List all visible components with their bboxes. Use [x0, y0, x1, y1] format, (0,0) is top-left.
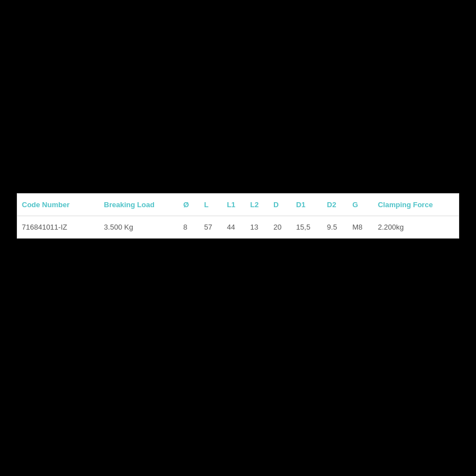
header-d1: D1: [292, 194, 323, 216]
cell-d1: 15,5: [292, 216, 323, 239]
cell-breaking-load: 3.500 Kg: [100, 216, 179, 239]
cell-l2: 13: [246, 216, 269, 239]
cell-d: 20: [269, 216, 292, 239]
cell-l: 57: [200, 216, 223, 239]
cell-clamping-force: 2.200kg: [374, 216, 459, 239]
cell-l1: 44: [222, 216, 246, 239]
header-phi: Ø: [179, 194, 199, 216]
header-l1: L1: [222, 194, 246, 216]
header-clamping-force: Clamping Force: [374, 194, 459, 216]
header-d: D: [269, 194, 292, 216]
cell-d2: 9.5: [323, 216, 348, 239]
data-table: Code Number Breaking Load Ø L L1 L2 D D1…: [17, 193, 459, 239]
table-header-row: Code Number Breaking Load Ø L L1 L2 D D1…: [17, 194, 459, 216]
header-d2: D2: [323, 194, 348, 216]
cell-phi: 8: [179, 216, 199, 239]
cell-code-number: 716841011-IZ: [17, 216, 100, 239]
header-g: G: [348, 194, 373, 216]
header-l: L: [200, 194, 223, 216]
header-breaking-load: Breaking Load: [100, 194, 179, 216]
cell-g: M8: [348, 216, 373, 239]
table-row: 716841011-IZ 3.500 Kg 8 57 44 13 20 15,5…: [17, 216, 459, 239]
header-code-number: Code Number: [17, 194, 100, 216]
header-l2: L2: [246, 194, 269, 216]
